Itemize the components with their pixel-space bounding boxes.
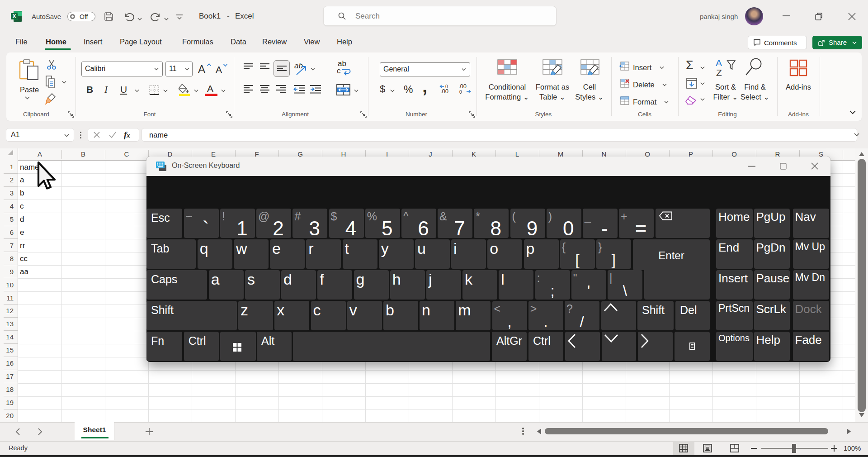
svg-text:Z: Z — [716, 67, 722, 77]
svg-text:0: 0 — [445, 84, 448, 89]
svg-text:.00: .00 — [458, 84, 467, 90]
svg-text:X: X — [12, 13, 16, 19]
svg-text:0: 0 — [459, 90, 462, 94]
svg-text:A: A — [716, 57, 722, 68]
svg-text:Enter: Enter — [658, 249, 684, 262]
